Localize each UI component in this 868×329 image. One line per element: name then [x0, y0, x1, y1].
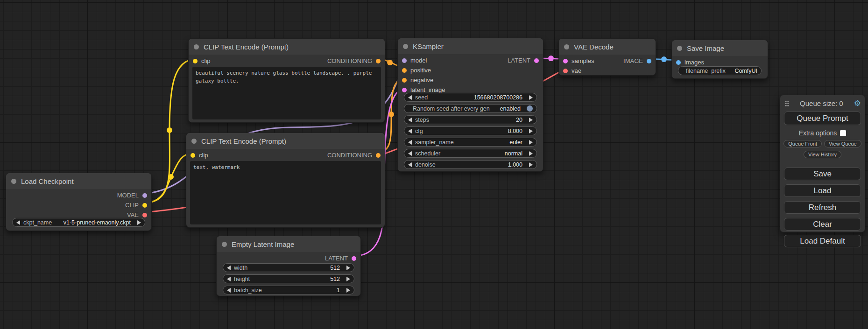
- node-title-bar[interactable]: KSampler: [398, 38, 543, 54]
- collapse-dot-icon[interactable]: [677, 46, 682, 51]
- load-button[interactable]: Load: [784, 184, 861, 197]
- node-clip-text-encode-positive[interactable]: CLIP Text Encode (Prompt) clip CONDITION…: [188, 38, 385, 123]
- view-history-button[interactable]: View History: [804, 151, 841, 158]
- sampler-name-widget[interactable]: sampler_name euler: [404, 138, 537, 147]
- next-value-icon[interactable]: [529, 140, 533, 145]
- input-slot-images[interactable]: [676, 60, 681, 65]
- collapse-dot-icon[interactable]: [194, 44, 199, 49]
- widget-label: height: [234, 276, 250, 282]
- output-slot-conditioning[interactable]: [376, 153, 381, 158]
- next-value-icon[interactable]: [529, 151, 533, 156]
- widget-label: denoise: [415, 161, 436, 168]
- drag-handle-icon[interactable]: [785, 100, 789, 106]
- next-value-icon[interactable]: [137, 220, 141, 225]
- view-queue-button[interactable]: View Queue: [824, 140, 861, 147]
- node-title: Save Image: [687, 44, 724, 52]
- input-slot-positive[interactable]: [402, 68, 407, 73]
- prev-value-icon[interactable]: [408, 129, 412, 133]
- widget-value: euler: [509, 139, 522, 146]
- load-default-button[interactable]: Load Default: [784, 235, 861, 247]
- output-slot-conditioning[interactable]: [376, 59, 381, 63]
- extra-options-label: Extra options: [799, 129, 837, 137]
- collapse-dot-icon[interactable]: [222, 242, 227, 247]
- reroute-dot[interactable]: [661, 56, 667, 62]
- node-load-checkpoint[interactable]: Load Checkpoint MODEL CLIP VAE ckpt_name…: [6, 173, 152, 231]
- filename-prefix-widget[interactable]: filename_prefix ComfyUI: [678, 66, 762, 75]
- steps-widget[interactable]: steps 20: [404, 115, 537, 124]
- batch-size-widget[interactable]: batch_size 1: [223, 286, 354, 294]
- output-slot-latent[interactable]: [534, 58, 539, 63]
- input-slot-model[interactable]: [402, 58, 407, 63]
- queue-prompt-button[interactable]: Queue Prompt: [784, 112, 861, 125]
- toggle-enabled-icon[interactable]: [527, 105, 533, 112]
- input-slot-samples[interactable]: [563, 59, 568, 63]
- prev-value-icon[interactable]: [408, 118, 412, 122]
- prev-value-icon[interactable]: [227, 266, 231, 270]
- node-title-bar[interactable]: CLIP Text Encode (Prompt): [189, 39, 385, 55]
- next-value-icon[interactable]: [529, 162, 533, 167]
- reroute-dot[interactable]: [167, 127, 172, 133]
- output-slot-vae[interactable]: [142, 213, 147, 217]
- next-value-icon[interactable]: [346, 266, 350, 270]
- output-slot-latent[interactable]: [352, 256, 356, 261]
- ckpt-name-widget[interactable]: ckpt_name v1-5-pruned-emaonly.ckpt: [12, 218, 145, 227]
- prompt-textarea[interactable]: text, watermark: [190, 161, 381, 224]
- reroute-dot[interactable]: [168, 174, 174, 180]
- output-slot-model[interactable]: [142, 193, 147, 198]
- node-title-bar[interactable]: VAE Decode: [559, 39, 656, 55]
- collapse-dot-icon[interactable]: [403, 44, 408, 49]
- prev-value-icon[interactable]: [408, 95, 412, 100]
- prompt-textarea[interactable]: beautiful scenery nature glass bottle la…: [192, 67, 381, 119]
- next-value-icon[interactable]: [529, 118, 533, 122]
- width-widget[interactable]: width 512: [223, 263, 354, 272]
- input-slot-vae[interactable]: [563, 69, 568, 73]
- input-slot-latent-image[interactable]: [402, 88, 407, 92]
- seed-widget[interactable]: seed 156680208700286: [404, 93, 537, 102]
- node-title-bar[interactable]: CLIP Text Encode (Prompt): [186, 133, 385, 149]
- collapse-dot-icon[interactable]: [11, 179, 16, 184]
- prev-value-icon[interactable]: [408, 162, 412, 167]
- node-graph-canvas[interactable]: Load Checkpoint MODEL CLIP VAE ckpt_name…: [0, 0, 868, 329]
- reroute-dot[interactable]: [388, 112, 394, 117]
- input-slot-clip[interactable]: [191, 153, 195, 158]
- widget-label: Random seed after every gen: [413, 105, 490, 112]
- output-slot-clip[interactable]: [142, 203, 147, 208]
- prev-value-icon[interactable]: [408, 140, 412, 145]
- refresh-button[interactable]: Refresh: [784, 201, 861, 214]
- cfg-widget[interactable]: cfg 8.000: [404, 126, 537, 135]
- input-slot-negative[interactable]: [402, 78, 407, 83]
- queue-size-label: Queue size: 0: [789, 99, 854, 107]
- collapse-dot-icon[interactable]: [564, 44, 569, 49]
- height-widget[interactable]: height 512: [223, 274, 354, 283]
- next-value-icon[interactable]: [529, 129, 533, 133]
- prev-value-icon[interactable]: [408, 151, 412, 156]
- node-title-bar[interactable]: Load Checkpoint: [6, 173, 151, 189]
- node-ksampler[interactable]: KSampler model LATENT positive negative …: [397, 38, 543, 172]
- reroute-dot[interactable]: [387, 60, 393, 65]
- reroute-dot[interactable]: [548, 56, 554, 61]
- output-slot-image[interactable]: [647, 59, 651, 63]
- prev-value-icon[interactable]: [16, 220, 20, 225]
- widget-label: seed: [415, 94, 428, 101]
- settings-gear-icon[interactable]: ⚙: [854, 99, 861, 107]
- prev-value-icon[interactable]: [227, 277, 231, 281]
- input-slot-clip[interactable]: [193, 59, 198, 63]
- node-empty-latent-image[interactable]: Empty Latent Image LATENT width 512 heig…: [216, 236, 361, 296]
- node-title-bar[interactable]: Save Image: [672, 40, 768, 56]
- extra-options-checkbox[interactable]: [840, 130, 846, 136]
- save-button[interactable]: Save: [784, 168, 861, 180]
- denoise-widget[interactable]: denoise 1.000: [404, 160, 537, 169]
- clear-button[interactable]: Clear: [784, 218, 861, 231]
- prev-value-icon[interactable]: [227, 288, 231, 293]
- node-save-image[interactable]: Save Image images filename_prefix ComfyU…: [671, 40, 768, 79]
- next-value-icon[interactable]: [346, 288, 350, 293]
- node-title-bar[interactable]: Empty Latent Image: [217, 236, 360, 252]
- random-seed-toggle-widget[interactable]: Random seed after every gen enabled: [404, 104, 537, 113]
- scheduler-widget[interactable]: scheduler normal: [404, 149, 537, 158]
- node-vae-decode[interactable]: VAE Decode samples IMAGE vae: [558, 38, 656, 76]
- next-value-icon[interactable]: [346, 277, 350, 281]
- next-value-icon[interactable]: [529, 95, 533, 100]
- queue-front-button[interactable]: Queue Front: [783, 140, 822, 147]
- node-clip-text-encode-negative[interactable]: CLIP Text Encode (Prompt) clip CONDITION…: [186, 133, 385, 228]
- collapse-dot-icon[interactable]: [191, 139, 197, 144]
